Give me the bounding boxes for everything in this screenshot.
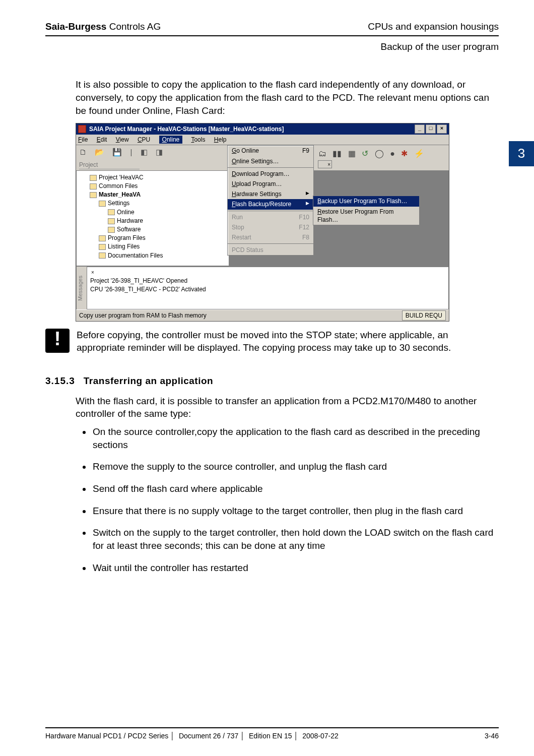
circle-icon[interactable]: ◯	[375, 149, 384, 158]
software-icon	[108, 227, 115, 233]
tree-software: Software	[108, 225, 227, 233]
list-item: Wait until the controller has restarted	[92, 561, 499, 575]
mi-restart: RestartF8	[228, 232, 313, 242]
footer-left: Hardware Manual PCD1 / PCD2 Series│ Docu…	[45, 731, 339, 741]
window-title: SAIA Project Manager - HeaVAC-Stations […	[89, 125, 414, 133]
toolbar-and-client: 🗋 📂 💾 | ◧ ◨ Project 🗂 ▮▮ ▦ ↺ ◯ ● ✱ ⚡ × G…	[76, 145, 449, 170]
chip-icon[interactable]: ▦	[348, 149, 356, 158]
mi-stop: StopF12	[228, 222, 313, 232]
bolt-icon[interactable]: ⚡	[414, 149, 424, 158]
section-title: Transferring an application	[84, 375, 213, 386]
tree-master: Master_HeaVA	[90, 191, 227, 199]
running-header: Saia-Burgess Controls AG CPUs and expans…	[45, 20, 499, 33]
menu-view[interactable]: View	[116, 136, 129, 143]
statusbar-left: Copy user program from RAM to Flash memo…	[79, 311, 207, 320]
mi-download-program[interactable]: Download Program…	[228, 169, 313, 179]
menu-file[interactable]: File	[78, 136, 88, 143]
mi-online-settings[interactable]: Online Settings…	[228, 156, 313, 166]
mi-backup-to-flash[interactable]: Backup User Program To Flash…	[313, 196, 419, 206]
tree-program-files: Program Files	[99, 234, 227, 242]
intro-paragraph: It is also possible to copy the applicat…	[76, 78, 499, 117]
online-menu-dropdown: GGo Onlineo Online F9 Online Settings… D…	[227, 145, 314, 256]
list-item: Switch on the supply to the target contr…	[92, 526, 499, 552]
footer-page: 3-46	[485, 731, 499, 741]
project-label: Project	[79, 161, 140, 169]
list-item: On the source controller,copy the applic…	[92, 425, 499, 451]
tree-common: Common Files	[90, 182, 227, 190]
refresh-icon[interactable]: ↺	[362, 149, 368, 158]
statusbar-right: BUILD REQU	[402, 310, 446, 321]
toolbar-group-icon[interactable]: 🗂	[318, 149, 326, 158]
screenshot-project-manager: SAIA Project Manager - HeaVAC-Stations […	[76, 123, 449, 322]
section-heading: 3.15.3 Transferring an application	[45, 374, 499, 388]
left-toolbar: 🗋 📂 💾 | ◧ ◨ Project	[76, 145, 228, 170]
online-icon	[108, 209, 115, 215]
messages-close-icon[interactable]: ×	[90, 268, 445, 277]
list-item: Send off the flash card where applicable	[92, 482, 499, 495]
section-number: 3.15.3	[45, 374, 81, 388]
folder-icon	[99, 244, 106, 250]
mi-hardware-settings[interactable]: Hardware Settings	[228, 189, 313, 199]
cpu-icon	[90, 192, 97, 198]
tree-project: Project 'HeaVAC	[90, 173, 227, 181]
header-company-rest: Controls AG	[106, 21, 161, 32]
section-lead: With the flash card, it is possible to t…	[76, 395, 499, 420]
close-button[interactable]: ×	[437, 124, 447, 134]
dot-icon[interactable]: ●	[390, 149, 395, 158]
tree-online: Online	[108, 208, 227, 216]
folder-icon	[99, 201, 106, 207]
mi-upload-program[interactable]: Upload Program…	[228, 179, 313, 189]
pause-icon[interactable]: ▮▮	[332, 149, 342, 158]
menu-separator	[228, 211, 313, 211]
chapter-tab: 3	[509, 141, 534, 166]
menu-online[interactable]: Online	[159, 136, 183, 144]
tree-settings: Settings	[99, 199, 227, 207]
maximize-button[interactable]: □	[426, 124, 436, 134]
message-line: Project '26-398_TI_HEAVC' Opened	[90, 277, 445, 285]
subwindow-close-bar[interactable]: ×	[318, 160, 332, 168]
warning-block: Before copying, the controller must be m…	[45, 329, 499, 354]
exclaim-icon	[45, 329, 70, 353]
messages-body: × Project '26-398_TI_HEAVC' Opened CPU '…	[87, 267, 449, 309]
folder-icon	[99, 253, 106, 259]
mi-pcd-status: PCD Status	[228, 245, 313, 255]
header-sub: Backup of the user program	[45, 40, 499, 53]
tree-doc-files: Documentation Files	[99, 251, 227, 260]
header-right: CPUs and expansion housings	[368, 20, 499, 33]
tree-listing-files: Listing Files	[99, 242, 227, 250]
folder-icon	[99, 235, 106, 241]
messages-tab[interactable]: Messages	[76, 267, 87, 309]
transfer-steps-list: On the source controller,copy the applic…	[45, 425, 499, 574]
messages-panel: Messages × Project '26-398_TI_HEAVC' Ope…	[76, 266, 449, 309]
shortcut-f9: F9	[302, 147, 309, 155]
menu-edit[interactable]: Edit	[97, 136, 107, 143]
header-company-bold: Saia-Burgess	[45, 21, 106, 32]
titlebar: SAIA Project Manager - HeaVAC-Stations […	[76, 123, 449, 135]
tree-hardware: Hardware	[108, 217, 227, 225]
menubar: File Edit View CPU Online Tools Help	[76, 135, 449, 145]
warning-text: Before copying, the controller must be m…	[77, 329, 499, 354]
project-icon	[90, 175, 97, 181]
menu-separator	[228, 167, 313, 168]
gear-icon[interactable]: ✱	[401, 149, 408, 158]
project-tree[interactable]: Project 'HeaVAC Common Files Master_HeaV…	[76, 170, 229, 266]
header-left: Saia-Burgess Controls AG	[45, 20, 161, 33]
list-item: Remove the supply to the source controll…	[92, 460, 499, 473]
menu-separator	[228, 243, 313, 244]
list-item: Ensure that there is no supply voltage t…	[92, 505, 499, 518]
hardware-icon	[108, 218, 115, 224]
app-icon	[78, 125, 86, 133]
message-line: CPU '26-398_TI_HEAVC - PCD2' Activated	[90, 285, 445, 293]
minimize-button[interactable]: _	[415, 124, 425, 134]
mi-restore-from-flash[interactable]: Restore User Program From Flash…	[313, 207, 419, 225]
mi-go-online[interactable]: GGo Onlineo Online F9	[228, 146, 313, 156]
menu-help[interactable]: Help	[214, 136, 227, 143]
page-footer: Hardware Manual PCD1 / PCD2 Series│ Docu…	[45, 727, 499, 741]
menu-tools[interactable]: Tools	[191, 136, 205, 143]
mi-flash-backup-restore[interactable]: Flash Backup/Restore	[228, 199, 313, 209]
flash-submenu: Backup User Program To Flash… Restore Us…	[313, 196, 420, 225]
statusbar: Copy user program from RAM to Flash memo…	[76, 309, 449, 321]
folder-icon	[90, 183, 97, 190]
menu-cpu[interactable]: CPU	[138, 136, 150, 143]
toolbar-icons-left[interactable]: 🗋 📂 💾 | ◧ ◨	[79, 147, 225, 157]
